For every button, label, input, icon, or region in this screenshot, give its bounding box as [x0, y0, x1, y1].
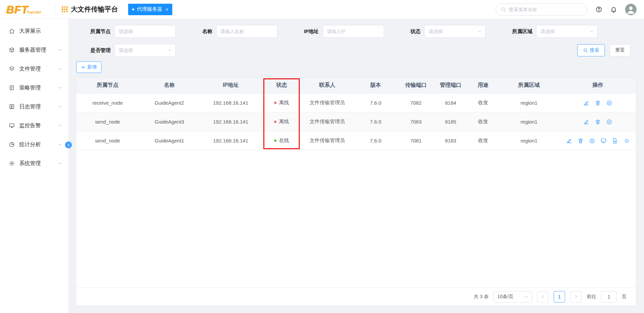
- bell-icon[interactable]: [610, 6, 617, 13]
- chevron-down-icon: [58, 48, 62, 52]
- ip-cell: 192.168.16.141: [200, 131, 262, 150]
- node-cell: send_node: [76, 131, 139, 150]
- status-dot-offline: [274, 121, 276, 123]
- goto-page-input[interactable]: [601, 291, 617, 303]
- region-select-input[interactable]: [540, 29, 588, 34]
- tab-close-icon[interactable]: ×: [166, 7, 168, 12]
- page-size-select[interactable]: 10条/页: [494, 291, 532, 303]
- region-cell: region1: [498, 131, 560, 150]
- column-header-name: 名称: [139, 78, 200, 93]
- help-icon[interactable]: [595, 6, 602, 13]
- sidebar-collapse-button[interactable]: [65, 141, 72, 148]
- chevron-right-icon: [574, 294, 578, 299]
- pause-icon[interactable]: [606, 119, 612, 125]
- page-number-button[interactable]: 1: [554, 291, 565, 303]
- name-input-wrap[interactable]: [216, 25, 277, 38]
- sidebar-item-label: 监控告警: [19, 122, 54, 129]
- status-select[interactable]: [424, 25, 486, 38]
- column-header-contact: 联系人: [302, 78, 353, 93]
- table-header-row: 所属节点 名称 IP地址 状态 联系人 版本 传输端口 管理端口 用途 所属区域…: [76, 78, 636, 93]
- transfer-port-cell: 7082: [399, 93, 433, 112]
- chevron-left-icon: [541, 294, 545, 299]
- sidebar-item-policy-mgmt[interactable]: 策略管理: [0, 78, 68, 97]
- region-cell: region1: [498, 93, 560, 112]
- status-dot-online: [274, 139, 276, 142]
- usage-cell: 收发: [468, 131, 498, 150]
- actions-cell: [560, 112, 636, 131]
- main-content: 所属节点 名称 IP地址: [69, 19, 644, 313]
- power-icon[interactable]: [624, 138, 630, 144]
- filter-node: 所属节点: [90, 25, 176, 38]
- status-cell: 在线: [261, 131, 302, 150]
- chevron-down-icon: [58, 86, 62, 90]
- delete-icon[interactable]: [595, 100, 601, 106]
- table-row: receive_node GuideAgent2 192.168.16.141 …: [76, 93, 636, 112]
- column-header-usage: 用途: [468, 78, 498, 93]
- transfer-port-cell: 7081: [399, 131, 433, 150]
- pause-icon[interactable]: [589, 138, 595, 144]
- user-avatar[interactable]: [625, 4, 637, 15]
- server-table: 所属节点 名称 IP地址 状态 联系人 版本 传输端口 管理端口 用途 所属区域…: [76, 78, 636, 150]
- server-icon: [9, 47, 15, 53]
- menu-search-input[interactable]: [509, 7, 585, 12]
- next-page-button[interactable]: [570, 291, 582, 303]
- menu-search-box[interactable]: [496, 3, 587, 16]
- column-header-actions: 操作: [560, 78, 636, 93]
- doc-icon[interactable]: [612, 138, 618, 144]
- tab-proxy-server[interactable]: 代理服务器 ×: [128, 4, 172, 15]
- plus-icon: [81, 65, 85, 70]
- column-header-manage-port: 管理端口: [433, 78, 468, 93]
- sidebar-item-label: 文件管理: [19, 66, 54, 73]
- sidebar-item-server-mgmt[interactable]: 服务器管理: [0, 41, 68, 59]
- node-select-input[interactable]: [119, 29, 172, 34]
- delete-icon[interactable]: [595, 119, 601, 125]
- goto-suffix: 页: [622, 294, 626, 300]
- files-icon: [9, 66, 15, 72]
- ip-input-wrap[interactable]: [323, 25, 384, 38]
- region-select[interactable]: [536, 25, 597, 38]
- edit-icon[interactable]: [583, 100, 589, 106]
- search-button[interactable]: 搜索: [577, 44, 605, 56]
- settings-icon: [9, 160, 15, 166]
- node-select[interactable]: [114, 25, 176, 38]
- name-cell: GuideAgent2: [139, 93, 200, 112]
- name-input[interactable]: [221, 29, 274, 34]
- logo-subtext: Transfer: [27, 10, 41, 14]
- managed-select-input[interactable]: [119, 48, 166, 53]
- version-cell: 7.6.0: [353, 93, 399, 112]
- bft-logo: BFT Transfer: [6, 4, 53, 15]
- sidebar-item-log-mgmt[interactable]: 日志管理: [0, 97, 68, 116]
- managed-select[interactable]: [114, 44, 176, 57]
- manage-port-cell: 8184: [433, 93, 468, 112]
- name-cell: GuideAgent1: [139, 131, 200, 150]
- table-row: send_node GuideAgent1 192.168.16.141 在线 …: [76, 131, 636, 150]
- pause-icon[interactable]: [606, 100, 612, 106]
- sidebar-item-label: 大屏展示: [19, 28, 62, 35]
- goto-label: 前往: [587, 294, 596, 300]
- ip-input[interactable]: [327, 29, 380, 34]
- pagination-bar: 共 3 条 10条/页 1 前往 页: [76, 287, 636, 306]
- filter-managed: 是否管理: [90, 44, 176, 57]
- edit-icon[interactable]: [566, 138, 572, 144]
- app-root: BFT Transfer 大文件传输平台 代理服务器 ×: [0, 0, 644, 313]
- logo-text: BFT: [6, 4, 28, 15]
- monitor-icon[interactable]: [601, 138, 607, 144]
- column-header-status: 状态: [261, 78, 302, 93]
- sidebar-item-dashboard[interactable]: 大屏展示: [0, 22, 68, 41]
- add-button[interactable]: 新增: [76, 61, 101, 73]
- sidebar-item-statistics[interactable]: 统计分析: [0, 135, 68, 154]
- delete-icon[interactable]: [578, 138, 584, 144]
- reset-button[interactable]: 重置: [610, 44, 631, 56]
- prev-page-button[interactable]: [537, 291, 549, 303]
- sidebar-item-file-mgmt[interactable]: 文件管理: [0, 59, 68, 78]
- pagination-total: 共 3 条: [474, 294, 489, 300]
- status-select-input[interactable]: [429, 29, 476, 34]
- edit-icon[interactable]: [583, 119, 589, 125]
- filter-managed-label: 是否管理: [90, 47, 111, 54]
- search-icon: [501, 7, 506, 12]
- filter-status: 状态: [410, 25, 486, 38]
- log-icon: [9, 104, 15, 110]
- contact-cell: 文件传输管理员: [302, 131, 353, 150]
- sidebar-item-monitor-alert[interactable]: 监控告警: [0, 116, 68, 135]
- sidebar-item-system-mgmt[interactable]: 系统管理: [0, 154, 68, 173]
